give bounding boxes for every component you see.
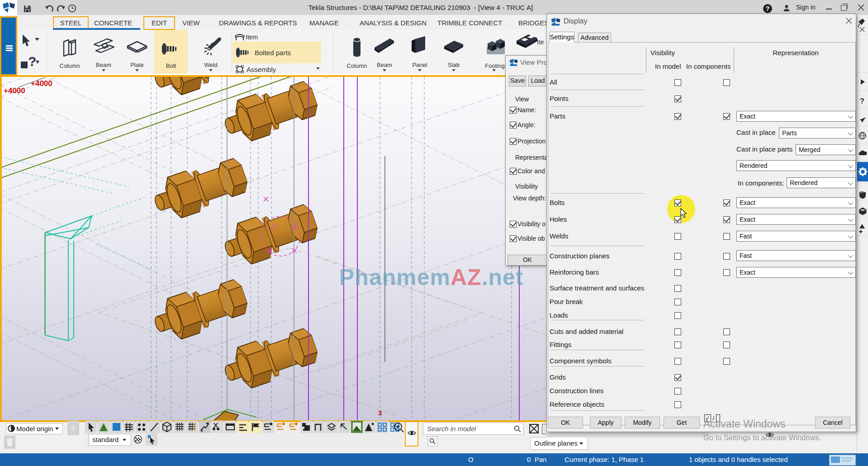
svg-text:3: 3	[378, 409, 382, 417]
svg-text:+4000: +4000	[4, 86, 25, 95]
svg-text:+4000: +4000	[31, 79, 52, 88]
svg-text:?: ?	[28, 56, 36, 69]
svg-text:?: ?	[860, 97, 864, 105]
svg-text:PhanmemAZ.net: PhanmemAZ.net	[339, 265, 524, 290]
